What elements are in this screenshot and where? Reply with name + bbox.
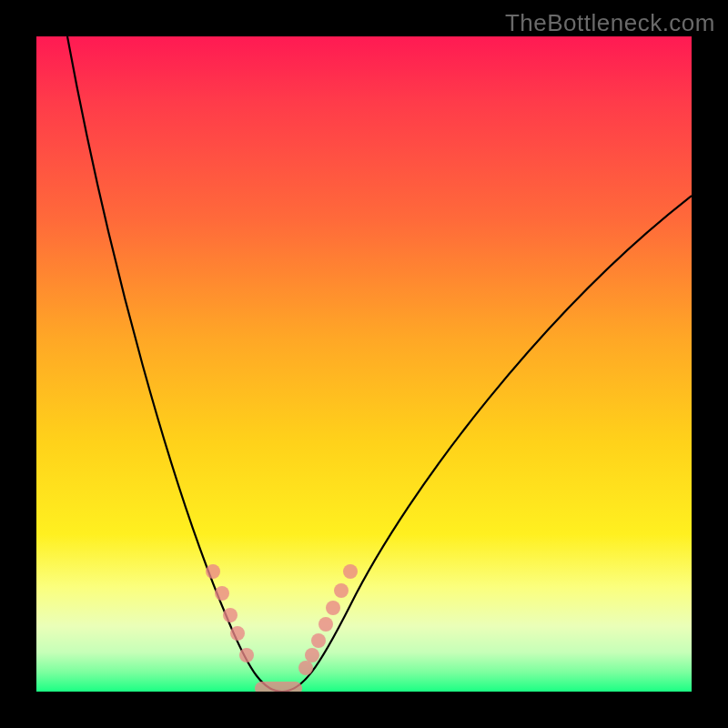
curve-marker (343, 564, 358, 579)
watermark-text: TheBottleneck.com (505, 9, 715, 37)
curve-marker (318, 617, 333, 632)
chart-frame: TheBottleneck.com (0, 0, 728, 728)
curve-marker (215, 586, 229, 601)
curve-marker (230, 626, 245, 641)
curve-marker (311, 633, 326, 648)
curve-marker (326, 601, 340, 615)
curve-layer (36, 36, 692, 692)
bottleneck-curve (67, 36, 692, 692)
curve-marker (223, 608, 238, 622)
curve-marker (298, 661, 313, 675)
curve-marker (206, 564, 220, 579)
curve-marker (305, 648, 319, 662)
curve-marker (239, 648, 254, 662)
valley-highlight-pill (255, 682, 302, 692)
curve-marker (334, 583, 349, 598)
plot-area (36, 36, 692, 692)
